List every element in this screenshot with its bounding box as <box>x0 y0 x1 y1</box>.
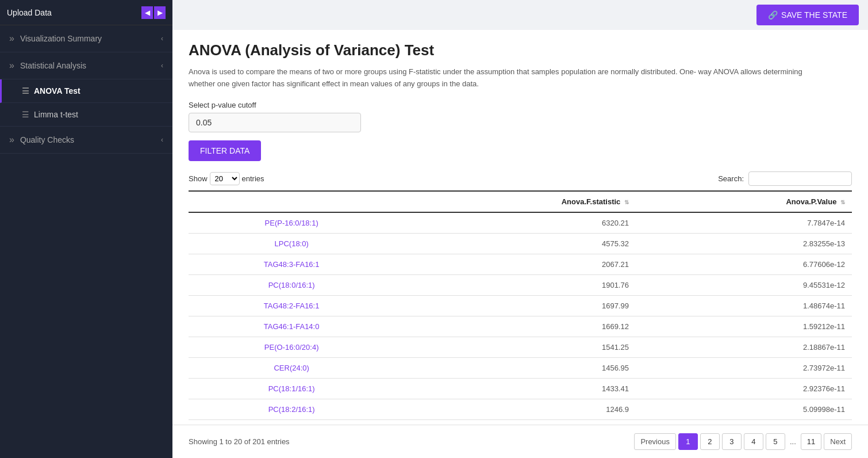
nav-arrow-left[interactable]: ◀ <box>141 6 153 19</box>
showing-text: Showing 1 to 20 of 201 entries <box>189 437 290 446</box>
cell-name: TAG48:3-FA16:1 <box>189 254 394 274</box>
col-fstat[interactable]: Anova.F.statistic ⇅ <box>394 191 636 212</box>
pvalue-input[interactable] <box>189 113 361 132</box>
cell-fstat: 1697.99 <box>394 295 636 316</box>
cell-name: PC(18:1/16:1) <box>189 378 394 399</box>
cell-pval: 7.7847e-14 <box>636 212 852 234</box>
ellipsis: ... <box>788 434 798 449</box>
cell-fstat: 2067.21 <box>394 254 636 274</box>
chevron-icon-stat: ‹ <box>161 62 163 70</box>
table-row: PE(O-16:0/20:4) 1541.25 2.18867e-11 <box>189 337 852 357</box>
search-area: Search: <box>718 171 852 186</box>
page-button-4[interactable]: 4 <box>744 433 763 450</box>
entries-select[interactable]: 20 50 100 <box>210 172 240 185</box>
pagination-bar: Showing 1 to 20 of 201 entries Previous … <box>172 425 868 458</box>
page-button-1[interactable]: 1 <box>678 433 698 450</box>
cell-fstat: 1246.9 <box>394 399 636 419</box>
sidebar-sub-item-anova[interactable]: ☰ ANOVA Test <box>0 79 172 103</box>
page-button-3[interactable]: 3 <box>722 433 742 450</box>
table-row: TAG46:1-FA14:0 1669.12 1.59212e-11 <box>189 316 852 337</box>
cell-pval: 5.09998e-11 <box>636 399 852 419</box>
col-pval[interactable]: Anova.P.Value ⇅ <box>636 191 852 212</box>
cell-name: PC(18:2/16:1) <box>189 399 394 419</box>
sort-icon-pval: ⇅ <box>840 199 845 205</box>
table-controls: Show 20 50 100 entries Search: <box>189 171 852 186</box>
cell-name: PC(18:0/16:1) <box>189 274 394 295</box>
col-name <box>189 191 394 212</box>
page-title: ANOVA (Analysis of Variance) Test <box>189 41 852 59</box>
sort-icon-fstat: ⇅ <box>624 199 629 205</box>
cell-fstat: 6320.21 <box>394 212 636 234</box>
content-area: ANOVA (Analysis of Variance) Test Anova … <box>172 30 868 425</box>
cell-fstat: 1433.41 <box>394 378 636 399</box>
chevron-icon-quality: ‹ <box>161 136 163 144</box>
cell-name: TAG46:1-FA14:0 <box>189 316 394 337</box>
sidebar-item-label-quality: Quality Checks <box>20 135 74 144</box>
sidebar-item-statistical[interactable]: » Statistical Analysis ‹ <box>0 52 172 79</box>
top-bar: 🔗 SAVE THE STATE <box>172 0 868 30</box>
double-arrow-icon-stat: » <box>9 60 14 71</box>
cell-pval: 2.92376e-11 <box>636 378 852 399</box>
show-entries-control: Show 20 50 100 entries <box>189 172 264 185</box>
main-content: 🔗 SAVE THE STATE ANOVA (Analysis of Vari… <box>172 0 868 458</box>
table-row: TAG48:3-FA16:1 2067.21 6.77606e-12 <box>189 254 852 274</box>
cell-fstat: 1901.76 <box>394 274 636 295</box>
cell-fstat: 1456.95 <box>394 357 636 378</box>
nav-arrow-right[interactable]: ▶ <box>154 6 166 19</box>
show-label: Show <box>189 174 208 183</box>
cell-name: PE(P-16:0/18:1) <box>189 212 394 234</box>
table-row: PC(18:0/16:1) 1901.76 9.45531e-12 <box>189 274 852 295</box>
save-state-button[interactable]: 🔗 SAVE THE STATE <box>756 5 859 25</box>
cell-fstat: 1541.25 <box>394 337 636 357</box>
cell-pval: 1.48674e-11 <box>636 295 852 316</box>
search-label: Search: <box>718 174 744 183</box>
next-button[interactable]: Next <box>824 433 852 450</box>
cell-pval: 2.83255e-13 <box>636 233 852 254</box>
sidebar-sub-label-anova: ANOVA Test <box>34 86 80 96</box>
sidebar: Upload Data ◀ ▶ » Visualization Summary … <box>0 0 172 458</box>
sidebar-item-visualization[interactable]: » Visualization Summary ‹ <box>0 25 172 52</box>
table-row: LPC(18:0) 4575.32 2.83255e-13 <box>189 233 852 254</box>
previous-button[interactable]: Previous <box>634 433 676 450</box>
search-input[interactable] <box>748 171 852 186</box>
cell-name: LPC(18:0) <box>189 233 394 254</box>
cell-pval: 2.73972e-11 <box>636 357 852 378</box>
double-arrow-icon-quality: » <box>9 135 14 145</box>
filter-data-button[interactable]: FILTER DATA <box>189 140 261 161</box>
cell-pval: 2.18867e-11 <box>636 337 852 357</box>
sidebar-header: Upload Data ◀ ▶ <box>0 0 172 25</box>
upload-data-label: Upload Data <box>7 8 52 17</box>
sidebar-item-quality[interactable]: » Quality Checks ‹ <box>0 127 172 154</box>
table-body: PE(P-16:0/18:1) 6320.21 7.7847e-14 LPC(1… <box>189 212 852 420</box>
pagination-buttons: Previous 1 2 3 4 5 ... 11 Next <box>634 433 852 450</box>
page-button-2[interactable]: 2 <box>700 433 720 450</box>
double-arrow-icon: » <box>9 33 14 44</box>
table-row: CER(24:0) 1456.95 2.73972e-11 <box>189 357 852 378</box>
cell-name: PE(O-16:0/20:4) <box>189 337 394 357</box>
nav-arrows: ◀ ▶ <box>141 6 166 19</box>
cell-pval: 9.45531e-12 <box>636 274 852 295</box>
sidebar-item-label: Visualization Summary <box>20 34 102 43</box>
sidebar-sub-item-limma[interactable]: ☰ Limma t-test <box>0 103 172 127</box>
page-description: Anova is used to compare the means of tw… <box>189 66 821 90</box>
list-icon-limma: ☰ <box>22 110 29 119</box>
save-icon: 🔗 <box>768 10 778 20</box>
table-row: TAG48:2-FA16:1 1697.99 1.48674e-11 <box>189 295 852 316</box>
sidebar-item-label-stat: Statistical Analysis <box>20 61 86 70</box>
cell-fstat: 4575.32 <box>394 233 636 254</box>
table-row: PE(P-16:0/18:1) 6320.21 7.7847e-14 <box>189 212 852 234</box>
page-button-11[interactable]: 11 <box>801 433 821 450</box>
chevron-icon: ‹ <box>161 35 163 43</box>
data-table: Anova.F.statistic ⇅ Anova.P.Value ⇅ PE(P… <box>189 190 852 420</box>
cell-name: CER(24:0) <box>189 357 394 378</box>
cell-pval: 1.59212e-11 <box>636 316 852 337</box>
cell-fstat: 1669.12 <box>394 316 636 337</box>
save-label: SAVE THE STATE <box>781 10 847 20</box>
cell-pval: 6.77606e-12 <box>636 254 852 274</box>
table-row: PC(18:2/16:1) 1246.9 5.09998e-11 <box>189 399 852 419</box>
page-button-5[interactable]: 5 <box>766 433 785 450</box>
sidebar-sub-label-limma: Limma t-test <box>34 110 78 119</box>
table-header-row: Anova.F.statistic ⇅ Anova.P.Value ⇅ <box>189 191 852 212</box>
entries-suffix: entries <box>242 174 264 183</box>
pvalue-label: Select p-value cutoff <box>189 101 852 109</box>
